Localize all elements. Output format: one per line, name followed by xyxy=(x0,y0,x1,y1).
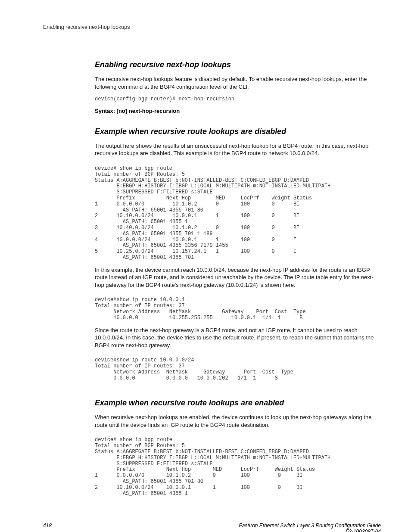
para-disabled-explain2: Since the route to the next-hop gateway … xyxy=(95,327,381,349)
heading-example-disabled: Example when recursive route lookups are… xyxy=(95,127,381,136)
running-header: Enabling recursive next-hop lookups xyxy=(43,24,381,30)
heading-enabling-recursive: Enabling recursive next-hop lookups xyxy=(95,60,381,69)
para-disabled-intro: The output here shows the results of an … xyxy=(95,142,381,157)
code-ip-route-2: device#show ip route 10.0.0.0/24 Total n… xyxy=(95,358,381,381)
code-bgp-route-enabled: device# show ip bgp route Total number o… xyxy=(95,437,381,497)
footer-guide-title: FastIron Ethernet Switch Layer 3 Routing… xyxy=(239,523,381,529)
para-enabled-intro: When recursive next-hop lookups are enab… xyxy=(95,414,381,429)
code-ip-route-1: device#show ip route 10.0.0.1 Total numb… xyxy=(95,297,381,321)
heading-example-enabled: Example when recursive route lookups are… xyxy=(95,398,381,408)
footer-doc-number: 53-1003087-04 xyxy=(239,529,381,532)
para-enabling-intro: The recursive next-hop lookups feature i… xyxy=(95,75,381,90)
syntax-line: Syntax: [no] next-hop-recursion xyxy=(95,108,381,114)
para-disabled-explain1: In this example, the device cannot reach… xyxy=(95,266,381,289)
code-enable-command: device(config-bgp-router)# next-hop-recu… xyxy=(95,96,381,103)
page-number: 418 xyxy=(43,523,52,532)
code-bgp-route-disabled: device# show ip bgp route Total number o… xyxy=(95,166,381,261)
